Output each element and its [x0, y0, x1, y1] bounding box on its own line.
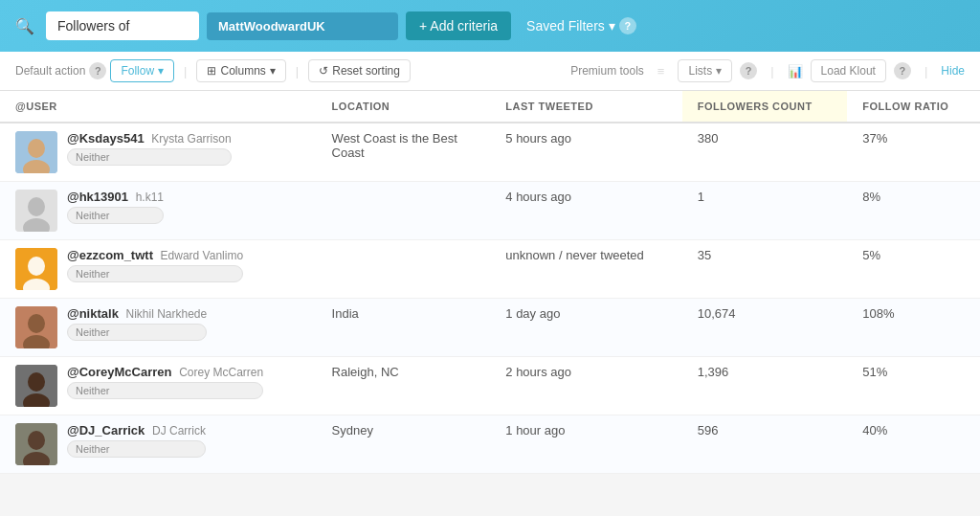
table-row: @ezzcom_twtt Edward Vanlimo Neither unkn… [0, 240, 980, 299]
user-cell: @ezzcom_twtt Edward Vanlimo Neither [0, 240, 317, 299]
username[interactable]: @CoreyMcCarren Corey McCarren [67, 365, 263, 379]
saved-filters-label: Saved Filters [526, 18, 605, 34]
svg-point-4 [28, 197, 45, 216]
location-cell: Raleigh, NC [317, 357, 491, 415]
last-tweeted-cell: 1 hour ago [490, 415, 681, 474]
username-input[interactable] [207, 12, 398, 40]
follow-button[interactable]: Follow ▾ [110, 59, 174, 82]
neither-badge[interactable]: Neither [67, 382, 263, 399]
columns-label: Columns [220, 64, 265, 78]
follow-label: Follow [121, 64, 154, 78]
user-info: @hk13901 h.k11 Neither [67, 190, 164, 224]
location-cell: Sydney [317, 415, 491, 474]
search-icon: 🔍 [15, 17, 34, 35]
location-cell [317, 240, 491, 299]
hide-label: Hide [941, 64, 965, 78]
username[interactable]: @ezzcom_twtt Edward Vanlimo [67, 248, 243, 262]
location-cell: India [317, 299, 491, 357]
col-header-followers-count[interactable]: FOLLOWERS COUNT [682, 91, 848, 123]
avatar [15, 131, 57, 173]
user-info: @Ksdays541 Krysta Garrison Neither [67, 131, 232, 166]
table-row: @Ksdays541 Krysta Garrison Neither West … [0, 123, 980, 182]
reset-sorting-label: Reset sorting [332, 64, 400, 78]
lists-help-icon[interactable]: ? [740, 62, 757, 79]
col-header-location[interactable]: LOCATION [317, 91, 491, 123]
last-tweeted-cell: unknown / never tweeted [490, 240, 681, 299]
lists-button[interactable]: Lists ▾ [678, 59, 732, 82]
follow-ratio-cell: 51% [847, 357, 980, 415]
location-cell [317, 182, 491, 240]
hide-button[interactable]: Hide [941, 64, 965, 78]
saved-filters-chevron-icon: ▾ [609, 18, 615, 34]
premium-tools-label: Premium tools [570, 64, 644, 78]
toolbar-separator-2: | [296, 64, 299, 79]
svg-point-7 [28, 257, 45, 276]
user-info: @CoreyMcCarren Corey McCarren Neither [67, 365, 263, 399]
lists-label: Lists [688, 64, 712, 78]
users-table: @USER LOCATION LAST TWEETED FOLLOWERS CO… [0, 91, 980, 474]
table-header-row: @USER LOCATION LAST TWEETED FOLLOWERS CO… [0, 91, 980, 123]
followers-count-cell: 10,674 [682, 299, 848, 357]
username[interactable]: @hk13901 h.k11 [67, 190, 164, 204]
follow-ratio-cell: 40% [847, 415, 980, 474]
username[interactable]: @Ksdays541 Krysta Garrison [67, 131, 232, 146]
user-cell: @DJ_Carrick DJ Carrick Neither [0, 415, 317, 474]
columns-chevron-icon: ▾ [270, 64, 276, 78]
avatar [15, 365, 57, 407]
user-cell: @CoreyMcCarren Corey McCarren Neither [0, 357, 317, 415]
username[interactable]: @DJ_Carrick DJ Carrick [67, 423, 206, 437]
toolbar-right: Premium tools ≡ Lists ▾ ? | 📊 Load Klout… [570, 59, 965, 82]
last-tweeted-cell: 5 hours ago [490, 123, 681, 182]
avatar [15, 248, 57, 290]
last-tweeted-cell: 4 hours ago [490, 182, 681, 240]
avatar [15, 423, 57, 465]
toolbar-separator: | [184, 64, 187, 79]
followers-count-cell: 596 [682, 415, 848, 474]
default-action-help-icon[interactable]: ? [89, 62, 106, 79]
user-cell: @niktalk Nikhil Narkhede Neither [0, 299, 317, 357]
saved-filters-help-icon[interactable]: ? [619, 17, 636, 34]
toolbar-separator-4: | [770, 64, 773, 79]
svg-point-1 [28, 139, 45, 158]
toolbar-separator-3: ≡ [657, 64, 665, 79]
followers-of-input[interactable] [46, 11, 199, 40]
col-header-user[interactable]: @USER [0, 91, 317, 123]
add-criteria-label: + Add criteria [419, 18, 498, 34]
follow-chevron-icon: ▾ [158, 64, 164, 78]
neither-badge[interactable]: Neither [67, 148, 232, 166]
neither-badge[interactable]: Neither [67, 324, 207, 341]
load-klout-label: Load Klout [821, 64, 876, 78]
user-cell: @Ksdays541 Krysta Garrison Neither [0, 123, 317, 182]
user-info: @DJ_Carrick DJ Carrick Neither [67, 423, 206, 458]
svg-point-16 [28, 431, 45, 450]
last-tweeted-cell: 2 hours ago [490, 357, 681, 415]
neither-badge[interactable]: Neither [67, 440, 206, 458]
neither-badge[interactable]: Neither [67, 265, 243, 282]
svg-point-10 [28, 314, 45, 333]
saved-filters-button[interactable]: Saved Filters ▾ ? [526, 17, 636, 34]
avatar [15, 306, 57, 348]
add-criteria-button[interactable]: + Add criteria [406, 11, 511, 40]
user-info: @ezzcom_twtt Edward Vanlimo Neither [67, 248, 243, 282]
table-row: @DJ_Carrick DJ Carrick Neither Sydney 1 … [0, 415, 980, 474]
reset-sorting-icon: ↺ [319, 64, 328, 78]
load-klout-button[interactable]: Load Klout [811, 59, 886, 82]
follow-ratio-cell: 5% [847, 240, 980, 299]
followers-count-cell: 380 [682, 123, 848, 182]
default-action-label: Default action [15, 64, 85, 78]
reset-sorting-button[interactable]: ↺ Reset sorting [308, 59, 411, 82]
klout-help-icon[interactable]: ? [894, 62, 911, 79]
columns-icon: ⊞ [207, 64, 216, 78]
columns-button[interactable]: ⊞ Columns ▾ [196, 59, 285, 82]
neither-badge[interactable]: Neither [67, 207, 164, 224]
table-container: @USER LOCATION LAST TWEETED FOLLOWERS CO… [0, 91, 980, 474]
avatar [15, 190, 57, 232]
username[interactable]: @niktalk Nikhil Narkhede [67, 306, 207, 321]
toolbar-separator-5: | [924, 64, 927, 79]
svg-point-13 [28, 372, 45, 392]
user-cell: @hk13901 h.k11 Neither [0, 182, 317, 240]
header: 🔍 + Add criteria Saved Filters ▾ ? [0, 0, 980, 52]
klout-chart-icon: 📊 [788, 64, 803, 79]
col-header-last-tweeted[interactable]: LAST TWEETED [490, 91, 681, 123]
col-header-follow-ratio[interactable]: FOLLOW RATIO [847, 91, 980, 123]
